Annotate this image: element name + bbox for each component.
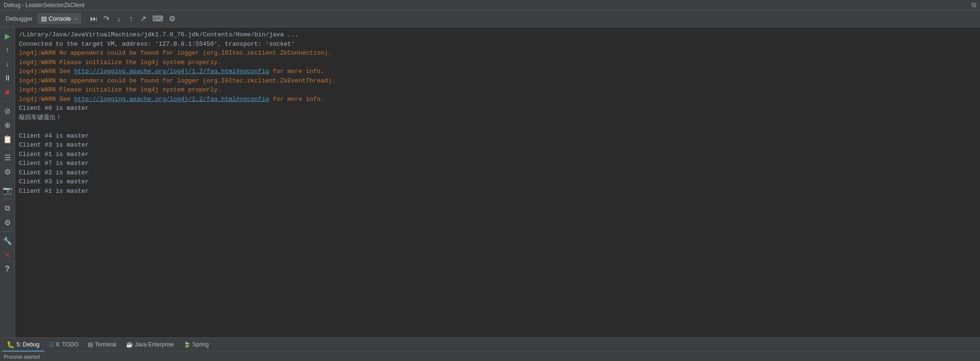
step-into-icon: ↓ (117, 15, 121, 23)
rerun-icon: ⏭ (90, 15, 98, 23)
list-button[interactable]: ☰ (1, 151, 14, 164)
settings-2-button[interactable]: ⚙ (1, 216, 14, 229)
toolbar-step-into-btn[interactable]: ↓ (113, 13, 125, 25)
console-line-7: log4j:WARN See http://logging.apache.org… (19, 95, 976, 104)
wrench-button[interactable]: 🔧 (1, 234, 14, 247)
stop-icon: ■ (5, 88, 10, 97)
left-sidebar: ▶ ↑ ↓ ⏸ ■ ⊘ ⊕ 📋 ☰ ⚙ 📷 (0, 27, 15, 337)
status-bar: Process started (0, 352, 980, 361)
sidebar-sep-5 (3, 231, 12, 232)
dump-button[interactable]: 📋 (1, 132, 14, 146)
console-line-2: log4j:WARN No appenders could be found f… (19, 49, 976, 58)
log4j-link-1[interactable]: http://logging.apache.org/log4j/1.2/faq.… (74, 68, 269, 75)
terminal-tab-icon: ▤ (88, 341, 93, 348)
console-icon: ▤ (41, 15, 47, 22)
console-line-9: 敲回车键退出！ (19, 113, 976, 123)
main-area: ▶ ↑ ↓ ⏸ ■ ⊘ ⊕ 📋 ☰ ⚙ 📷 (0, 27, 980, 337)
spring-tab-icon: 🍃 (183, 341, 191, 348)
sidebar-sep-4 (3, 199, 12, 199)
title-bar-left: Debug - LeaderSelectorZkClient (4, 2, 84, 8)
toolbar-run-cursor-btn[interactable]: ↗ (138, 13, 149, 25)
step-up-icon: ↑ (6, 46, 9, 54)
spring-tab-label: Spring (192, 341, 209, 348)
debug-tab-label: 5: Debug (17, 341, 40, 348)
pause-icon: ⏸ (4, 74, 11, 82)
tab-spring[interactable]: 🍃 Spring (179, 339, 214, 351)
close-icon: ✕ (4, 251, 10, 260)
resume-button[interactable]: ▶ (1, 29, 14, 42)
step-over-icon: ↷ (103, 14, 109, 23)
evaluate-icon: ⌨ (152, 14, 163, 23)
java-tab-icon: ☕ (126, 341, 133, 348)
list-icon: ☰ (4, 153, 11, 162)
console-line-14: Client #2 is master (19, 168, 976, 178)
pause-button[interactable]: ⏸ (1, 72, 14, 85)
settings-2-icon: ⚙ (4, 218, 11, 227)
close-button[interactable]: ✕ (1, 248, 14, 262)
step-out-icon: ↑ (129, 15, 133, 23)
console-line-3: log4j:WARN Please initialize the log4j s… (19, 58, 976, 67)
sidebar-sep-2 (3, 148, 12, 148)
console-line-6: log4j:WARN Please initialize the log4j s… (19, 85, 976, 95)
toolbar-step-out-btn[interactable]: ↑ (125, 13, 137, 25)
mute-icon: ⊘ (4, 107, 10, 115)
log4j-link-2[interactable]: http://logging.apache.org/log4j/1.2/faq.… (74, 96, 269, 103)
restore-view-button[interactable]: ⧉ (1, 202, 14, 215)
toolbar-sep-1 (84, 14, 85, 24)
sidebar-sep-3 (3, 180, 12, 181)
title-bar: Debug - LeaderSelectorZkClient ⧉ (0, 0, 980, 10)
thread-icon: ⊕ (4, 121, 10, 130)
todo-tab-label: 6: TODO (56, 341, 79, 348)
debugger-tab-label: Debugger (6, 15, 33, 22)
console-line-5: log4j:WARN No appenders could be found f… (19, 76, 976, 86)
help-icon: ? (5, 265, 10, 273)
sidebar-sep-1 (3, 101, 12, 102)
console-line-11: Client #3 is master (19, 140, 976, 150)
console-pin-icon: → (73, 16, 78, 21)
terminal-tab-label: Terminal (95, 341, 116, 348)
console-line-13: Client #7 is master (19, 159, 976, 168)
tab-debugger[interactable]: Debugger (2, 13, 36, 24)
console-output[interactable]: /Library/Java/JavaVirtualMachines/jdk1.7… (15, 27, 980, 337)
wrench-icon: 🔧 (3, 237, 12, 246)
toolbar-evaluate-btn[interactable]: ⌨ (150, 13, 166, 25)
step-up-button[interactable]: ↑ (1, 43, 14, 57)
java-tab-label: Java Enterprise (135, 341, 174, 348)
camera-button[interactable]: 📷 (1, 183, 14, 197)
console-line-10: Client #4 is master (19, 131, 976, 141)
settings-icon: ⚙ (4, 167, 11, 176)
tab-console[interactable]: ▤ Console → (37, 13, 82, 24)
console-line-12: Client #1 is master (19, 150, 976, 159)
step-down-button[interactable]: ↓ (1, 57, 14, 71)
tab-terminal[interactable]: ▤ Terminal (83, 339, 121, 351)
console-line-16: Client #1 is master (19, 187, 976, 196)
thread-dump-button[interactable]: ⊕ (1, 118, 14, 131)
console-line-0: /Library/Java/JavaVirtualMachines/jdk1.7… (19, 30, 976, 40)
todo-tab-icon: ☑ (49, 341, 54, 348)
toolbar-settings-btn[interactable]: ⚙ (166, 13, 178, 25)
tab-debug[interactable]: 🐛 5: Debug (2, 338, 44, 352)
stop-button[interactable]: ■ (1, 86, 14, 99)
tab-java-enterprise[interactable]: ☕ Java Enterprise (121, 339, 179, 351)
run-cursor-icon: ↗ (140, 14, 146, 23)
title-bar-text: Debug - LeaderSelectorZkClient (4, 2, 84, 8)
console-tab-label: Console (49, 15, 71, 22)
bottom-tabs: 🐛 5: Debug ☑ 6: TODO ▤ Terminal ☕ Java E… (0, 337, 980, 352)
settings-button[interactable]: ⚙ (1, 165, 14, 178)
toolbar-rerun-btn[interactable]: ⏭ (88, 13, 100, 25)
toolbar: Debugger ▤ Console → ⏭ ↷ ↓ ↑ ↗ ⌨ ⚙ (0, 10, 980, 27)
help-button[interactable]: ? (1, 263, 14, 276)
console-line-empty (19, 122, 976, 131)
console-line-1: Connected to the target VM, address: '12… (19, 40, 976, 49)
console-line-15: Client #3 is master (19, 177, 976, 187)
tab-todo[interactable]: ☑ 6: TODO (44, 339, 83, 351)
camera-icon: 📷 (3, 186, 12, 195)
mute-breakpoints-button[interactable]: ⊘ (1, 104, 14, 117)
step-down-icon: ↓ (6, 60, 9, 68)
restore-icon: ⧉ (5, 204, 10, 213)
restore-button[interactable]: ⧉ (972, 1, 976, 9)
toolbar-settings-icon: ⚙ (169, 14, 175, 23)
console-line-4: log4j:WARN See http://logging.apache.org… (19, 67, 976, 76)
toolbar-step-over-btn[interactable]: ↷ (101, 13, 112, 25)
dump-icon: 📋 (3, 135, 12, 144)
